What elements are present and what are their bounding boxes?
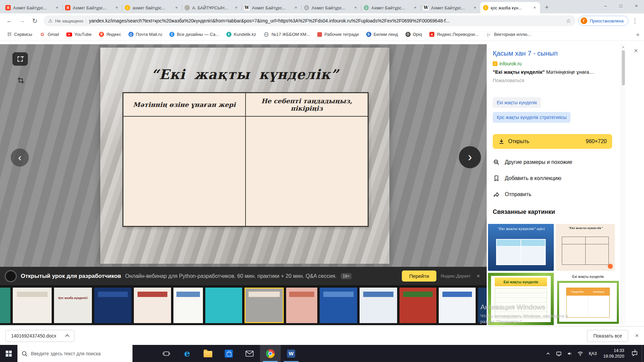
scrollbar-thumb[interactable] (622, 50, 625, 85)
tab-close-icon[interactable]: × (532, 5, 537, 10)
taskbar-app-store[interactable] (218, 345, 239, 362)
ad-title[interactable]: Открытый урок для разработчиков (21, 273, 121, 280)
viewer-close-icon[interactable]: × (634, 47, 638, 55)
bookmark-item[interactable]: CВсе дизайны — Са... (167, 31, 222, 38)
start-button[interactable] (0, 345, 17, 362)
bookmarks-overflow-icon[interactable]: » (636, 32, 639, 38)
browser-tab-7[interactable]: Ахмет Байтұрс...× (361, 2, 421, 13)
filmstrip-thumb-9[interactable] (286, 288, 317, 323)
filmstrip-thumb-13[interactable] (439, 288, 476, 323)
action-share[interactable]: Отправить (493, 186, 572, 202)
next-image-button[interactable]: › (459, 146, 481, 168)
taskbar-app-chrome[interactable] (260, 345, 281, 362)
bookmark-star-icon[interactable]: ☆ (566, 17, 571, 24)
security-warning-icon[interactable]: ⚠ (48, 18, 53, 23)
download-bar-close-icon[interactable]: × (635, 332, 639, 339)
open-image-button[interactable]: Открыть 960×720 (493, 134, 612, 149)
filmstrip-thumb-4[interactable] (94, 288, 131, 323)
browser-tab-2[interactable]: ЯАхмет Байтұрс...× (62, 2, 122, 13)
forward-button[interactable]: → (16, 15, 28, 26)
browser-tab-6[interactable]: Ахмет Байтұрс...× (301, 2, 361, 13)
bookmark-item[interactable]: Рабочие тетради (315, 31, 362, 38)
reload-button[interactable]: ↻ (29, 15, 41, 26)
action-center-icon[interactable]: 2 (628, 345, 642, 362)
filmstrip-thumb-7[interactable] (205, 288, 242, 323)
sidebar-scrollbar[interactable]: ▲ (621, 44, 625, 325)
fullscreen-button[interactable] (12, 52, 28, 66)
image-source[interactable]: i infourok.ru (493, 61, 522, 66)
download-options-caret-icon[interactable] (65, 334, 69, 339)
show-all-downloads-button[interactable]: Показать все (587, 330, 628, 342)
tray-expand-icon[interactable] (543, 345, 553, 362)
main-image[interactable]: “Екі жақты күнделік” Мәтіннің өзіне ұнағ… (100, 48, 389, 264)
tab-close-icon[interactable]: × (413, 5, 418, 10)
taskbar-search[interactable]: Введите здесь текст для поиска (17, 345, 132, 362)
taskbar-app-edge[interactable]: e (177, 345, 198, 362)
window-maximize-button[interactable]: □ (613, 0, 629, 11)
browser-tab-1[interactable]: ЯАхмет Байтұрс...× (3, 2, 62, 13)
tray-display-icon[interactable] (553, 345, 564, 362)
bookmark-item[interactable]: KKundelik.kz (224, 31, 259, 38)
back-button[interactable]: ← (3, 15, 15, 26)
tab-close-icon[interactable]: × (293, 5, 299, 10)
bookmark-item[interactable]: ББилим ленд (364, 31, 401, 38)
related-image[interactable]: "Екі жақты күнделік" (556, 224, 615, 271)
browser-tab-4[interactable]: А. БАЙТҰРСЫН...× (182, 2, 241, 13)
language-indicator[interactable]: ҚАЗ (586, 351, 600, 356)
action-collection[interactable]: Добавить в коллекцию (493, 170, 572, 186)
action-similar-search[interactable]: Другие размеры и похожие (493, 154, 572, 170)
previous-image-button[interactable]: ‹ (11, 148, 29, 167)
tab-close-icon[interactable]: × (54, 5, 60, 10)
show-desktop-button[interactable] (642, 345, 644, 362)
crop-button[interactable] (15, 74, 27, 86)
new-tab-button[interactable]: + (542, 3, 551, 12)
filmstrip-thumb-6[interactable] (173, 288, 203, 323)
browser-tab-9[interactable]: iқос жазба күн...× (480, 2, 540, 13)
taskbar-app-mail[interactable] (239, 345, 260, 362)
task-view-button[interactable] (156, 345, 177, 362)
bookmark-item[interactable]: @Почта Mail.ru (126, 31, 165, 38)
browser-tab-5[interactable]: WАхмет Байтұрс...× (241, 2, 301, 13)
bookmark-item[interactable]: GGmail (37, 31, 62, 39)
tab-close-icon[interactable]: × (353, 5, 358, 10)
tab-close-icon[interactable]: × (472, 5, 478, 10)
browser-menu-icon[interactable]: ⋮ (629, 17, 641, 24)
tray-network-icon[interactable] (575, 345, 586, 362)
ad-close-icon[interactable]: × (477, 273, 480, 280)
filmstrip-thumb-2[interactable] (13, 288, 52, 323)
tab-close-icon[interactable]: × (233, 5, 239, 10)
filmstrip-thumb-12[interactable] (399, 288, 436, 323)
browser-tab-3[interactable]: iахмет байтұрс...× (122, 2, 182, 13)
tag-chip[interactable]: Қос жақты күнделік стратегиясы (493, 112, 571, 123)
scroll-up-icon[interactable]: ▲ (622, 46, 625, 48)
tag-chip[interactable]: Екі жақты күнделік (493, 97, 541, 108)
extension-paused-pill[interactable]: Г Приостановлена (578, 16, 629, 26)
browser-tab-8[interactable]: WАхмет Байтұрс...× (421, 2, 480, 13)
bookmark-item[interactable]: YouTube (64, 31, 94, 38)
window-minimize-button[interactable]: – (598, 0, 613, 11)
bookmark-item[interactable]: OOpiq (403, 31, 425, 38)
bookmark-item[interactable]: ▷Векторная иллю... (483, 31, 534, 39)
bookmark-item[interactable]: АЯндекс.Переводчи... (427, 31, 481, 38)
tab-close-icon[interactable]: × (174, 5, 179, 10)
bookmark-item[interactable]: ЯЯндекс (96, 31, 124, 38)
image-title-link[interactable]: Қасым хан 7 - сынып (493, 50, 617, 57)
filmstrip-thumb-3[interactable]: Қос жазба күнделігі (54, 288, 92, 323)
filmstrip-thumb-5[interactable] (134, 288, 171, 323)
address-bar[interactable]: ⚠ Не защищено yandex.kz/images/search?te… (44, 15, 576, 26)
ad-cta-button[interactable]: Перейти (402, 270, 436, 282)
filmstrip-thumb-11[interactable] (360, 288, 397, 323)
tab-close-icon[interactable]: × (114, 5, 119, 10)
filmstrip-thumb-1[interactable] (0, 288, 10, 323)
filmstrip-thumb-10[interactable] (320, 288, 357, 323)
bookmark-item[interactable]: №17 ЖББОМ КМ... (261, 31, 313, 39)
related-image[interactable]: "Екі жақты күнделік" әдісі (488, 224, 554, 271)
taskbar-app-word[interactable]: W (281, 345, 302, 362)
tray-volume-icon[interactable] (564, 345, 575, 362)
taskbar-app-explorer[interactable] (198, 345, 218, 362)
window-close-button[interactable]: × (629, 0, 644, 11)
report-link[interactable]: Пожаловаться (493, 78, 524, 83)
url-text[interactable]: yandex.kz/images/search?text=қос%20жазба… (89, 18, 563, 23)
bookmark-item[interactable]: Сервисы (5, 31, 35, 38)
filmstrip-thumb-8[interactable] (245, 288, 284, 323)
